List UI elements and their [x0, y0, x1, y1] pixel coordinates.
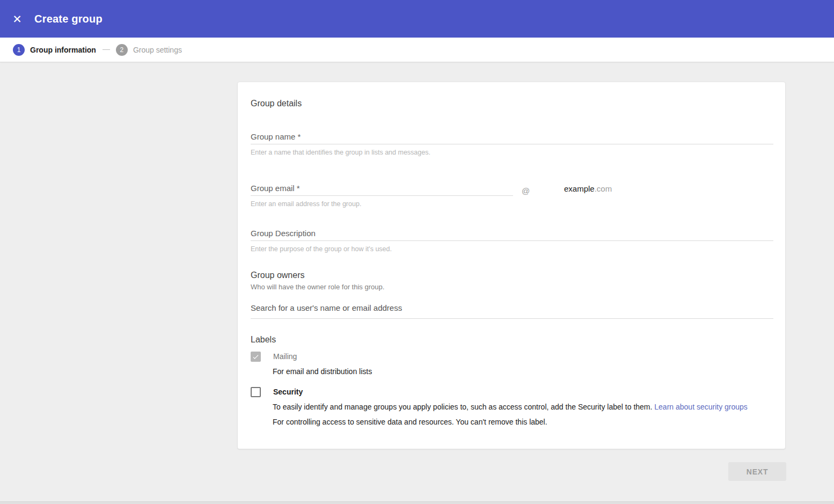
domain-name: example	[564, 184, 595, 193]
security-description-text: To easily identify and manage groups you…	[273, 403, 654, 411]
step-2-circle: 2	[116, 44, 128, 56]
step-1-circle: 1	[13, 44, 25, 56]
group-email-underline	[251, 195, 513, 196]
group-email-helper: Enter an email address for the group.	[251, 200, 361, 208]
at-symbol: @	[522, 186, 530, 195]
page-title: Create group	[34, 13, 103, 25]
security-description-line2: For controlling access to sensitive data…	[273, 418, 547, 426]
close-icon[interactable]: ✕	[11, 12, 24, 25]
section-title-labels: Labels	[251, 335, 276, 345]
stepper-step-group-information[interactable]: 1 Group information	[13, 44, 96, 56]
domain-selector[interactable]: example.com	[564, 184, 612, 193]
group-description-helper: Enter the purpose of the group or how it…	[251, 245, 392, 253]
owner-search-input[interactable]: Search for a user's name or email addres…	[251, 303, 402, 312]
mailing-description: For email and distribution lists	[273, 367, 372, 376]
group-name-helper: Enter a name that identifies the group i…	[251, 149, 430, 156]
group-email-input[interactable]: Group email *	[251, 184, 300, 193]
group-name-underline	[251, 144, 773, 144]
group-details-card: Group details Group name * Enter a name …	[237, 82, 786, 449]
group-owners-subtitle: Who will have the owner role for this gr…	[251, 283, 384, 291]
security-checkbox[interactable]	[251, 387, 261, 397]
section-title-group-owners: Group owners	[251, 271, 305, 280]
group-name-input[interactable]: Group name *	[251, 132, 301, 141]
learn-about-security-groups-link[interactable]: Learn about security groups	[654, 403, 748, 411]
step-2-label: Group settings	[133, 46, 182, 54]
next-button[interactable]: NEXT	[728, 462, 786, 481]
mailing-checkbox[interactable]	[251, 352, 261, 362]
owner-search-underline	[251, 318, 773, 319]
step-1-label: Group information	[30, 46, 96, 54]
security-label: Security	[273, 388, 303, 396]
create-group-header: ✕ Create group	[0, 0, 834, 38]
group-description-input[interactable]: Group Description	[251, 229, 316, 238]
domain-suffix: .com	[595, 184, 612, 193]
security-description: To easily identify and manage groups you…	[273, 403, 772, 411]
window-bottom-edge	[0, 501, 834, 504]
checkmark-icon	[252, 353, 260, 361]
stepper: 1 Group information 2 Group settings	[0, 38, 834, 62]
mailing-label: Mailing	[273, 352, 297, 361]
section-title-group-details: Group details	[251, 99, 302, 108]
group-description-underline	[251, 240, 773, 241]
stepper-step-group-settings[interactable]: 2 Group settings	[116, 44, 182, 56]
stepper-separator	[103, 49, 110, 50]
